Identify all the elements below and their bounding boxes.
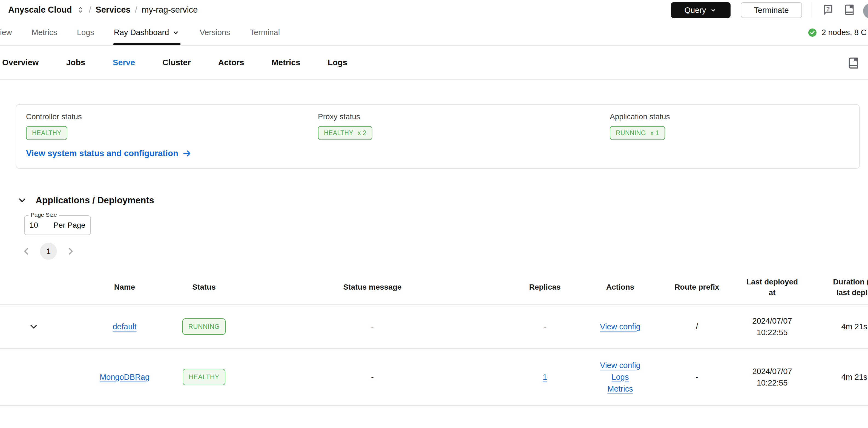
header-actions: Actions <box>571 270 670 305</box>
tab-terminal[interactable]: Terminal <box>250 20 280 45</box>
raytab-actors[interactable]: Actors <box>218 58 244 67</box>
last-deployed-cell: 2024/07/07 10:22:55 <box>724 305 820 348</box>
serve-status-card: Controller status HEALTHY Proxy status H… <box>16 104 860 169</box>
tab-label: Actors <box>218 58 244 67</box>
link-label: View system status and configuration <box>26 148 178 159</box>
tab-label: Ray Dashboard <box>114 28 169 37</box>
proxy-status-badge: HEALTHY x 2 <box>318 126 372 140</box>
tab-label: Metrics <box>272 58 300 67</box>
header-name: Name <box>67 270 182 305</box>
tab-label: Cluster <box>162 58 191 67</box>
page-size-value[interactable]: 10 <box>30 221 38 230</box>
badge-text: HEALTHY <box>32 130 61 136</box>
terminate-button-label: Terminate <box>754 6 788 15</box>
divider <box>812 2 812 18</box>
previous-page-icon[interactable] <box>20 245 32 257</box>
check-circle-icon <box>807 28 817 37</box>
help-icon[interactable]: ? <box>822 4 834 16</box>
controller-status-group: Controller status HEALTHY <box>26 112 82 140</box>
next-page-icon[interactable] <box>65 245 77 257</box>
tab-logs[interactable]: Logs <box>77 20 94 45</box>
view-config-link[interactable]: View config <box>600 322 641 331</box>
table-header-row: Name Status Status message Replicas Acti… <box>0 270 868 305</box>
topbar: Anyscale Cloud / Services / my-rag-servi… <box>0 0 868 20</box>
raytab-jobs[interactable]: Jobs <box>66 58 85 67</box>
header-duration: Duration (si last deplo <box>820 270 868 305</box>
topbar-actions: Query Terminate ? <box>0 0 868 20</box>
badge-count: x 2 <box>358 130 366 136</box>
docs-book-icon[interactable] <box>843 4 856 16</box>
applications-section-header: Applications / Deployments <box>0 195 154 205</box>
duration-cell: 4m 21s <box>820 349 868 405</box>
tab-label: iew <box>0 28 12 37</box>
header-line: last deplo <box>837 287 868 298</box>
status-badge: HEALTHY <box>183 369 225 385</box>
application-status-badge: RUNNING x 1 <box>610 126 665 140</box>
metrics-link[interactable]: Metrics <box>607 384 633 394</box>
header-replicas: Replicas <box>519 270 571 305</box>
avatar[interactable] <box>863 3 868 19</box>
ray-docs-book-icon[interactable] <box>847 57 860 69</box>
page-size-select[interactable]: Page Size 10 Per Page <box>24 216 91 235</box>
raytab-metrics[interactable]: Metrics <box>272 58 300 67</box>
page-size-label: Page Size <box>29 211 59 218</box>
proxy-status-group: Proxy status HEALTHY x 2 <box>318 112 372 140</box>
view-config-link[interactable]: View config <box>600 361 641 370</box>
page-number-button[interactable]: 1 <box>40 243 57 260</box>
raytab-cluster[interactable]: Cluster <box>162 58 191 67</box>
badge-count: x 1 <box>650 130 659 136</box>
raytab-logs[interactable]: Logs <box>328 58 347 67</box>
tab-metrics[interactable]: Metrics <box>32 20 57 45</box>
tab-label: Metrics <box>32 28 57 37</box>
tab-label: Jobs <box>66 58 85 67</box>
service-tab-bar: iew Metrics Logs Ray Dashboard Versions … <box>0 20 868 46</box>
query-button-label: Query <box>685 6 706 15</box>
tab-versions[interactable]: Versions <box>199 20 230 45</box>
badge-text: RUNNING <box>616 130 646 136</box>
table-row: default RUNNING - - View config / 2024/0… <box>0 305 868 349</box>
header-route-prefix: Route prefix <box>670 270 724 305</box>
svg-text:?: ? <box>826 5 830 12</box>
terminate-button[interactable]: Terminate <box>741 2 802 18</box>
replicas-link[interactable]: 1 <box>543 373 547 382</box>
query-button[interactable]: Query <box>671 2 731 18</box>
header-line: Last deployed <box>746 277 798 287</box>
status-badge: RUNNING <box>182 318 226 335</box>
row-expand-chevron-icon[interactable] <box>28 321 39 332</box>
header-status-message: Status message <box>226 270 519 305</box>
deployments-table: Name Status Status message Replicas Acti… <box>0 270 868 406</box>
app-name-link[interactable]: MongoDBRag <box>100 373 150 382</box>
raytab-overview[interactable]: Overview <box>2 58 39 67</box>
tab-label: Versions <box>199 28 230 37</box>
app-name-link[interactable]: default <box>113 322 136 331</box>
raytab-serve[interactable]: Serve <box>113 58 135 67</box>
header-status: Status <box>182 270 226 305</box>
table-row: MongoDBRag HEALTHY - 1 View config Logs … <box>0 349 868 406</box>
route-prefix-cell: / <box>670 305 724 348</box>
section-title: Applications / Deployments <box>36 195 154 205</box>
chevron-down-icon <box>710 6 717 14</box>
collapse-chevron-icon[interactable] <box>17 195 27 205</box>
tab-label: Logs <box>77 28 94 37</box>
controller-status-label: Controller status <box>26 112 82 121</box>
tab-label: Serve <box>113 58 135 67</box>
deployed-date: 2024/07/07 <box>752 366 792 377</box>
app-root: Anyscale Cloud / Services / my-rag-servi… <box>0 0 868 428</box>
badge-text: HEALTHY <box>324 130 353 136</box>
page-size-suffix: Per Page <box>53 221 86 230</box>
application-status-group: Application status RUNNING x 1 <box>610 112 670 140</box>
duration-cell: 4m 21s <box>820 305 868 348</box>
application-status-label: Application status <box>610 112 670 121</box>
deployed-time: 10:22:55 <box>757 377 788 389</box>
tab-ray-dashboard[interactable]: Ray Dashboard <box>114 20 180 45</box>
cluster-status[interactable]: 2 nodes, 8 C <box>807 20 867 45</box>
view-system-status-link[interactable]: View system status and configuration <box>26 148 192 159</box>
cluster-status-text: 2 nodes, 8 C <box>822 28 867 37</box>
header-line: Duration (si <box>833 277 868 287</box>
logs-link[interactable]: Logs <box>612 373 629 382</box>
tab-overview-truncated[interactable]: iew <box>0 20 12 45</box>
last-deployed-cell: 2024/07/07 10:22:55 <box>724 349 820 405</box>
arrow-right-icon <box>182 148 192 159</box>
tab-label: Logs <box>328 58 347 67</box>
deployed-time: 10:22:55 <box>757 326 788 338</box>
